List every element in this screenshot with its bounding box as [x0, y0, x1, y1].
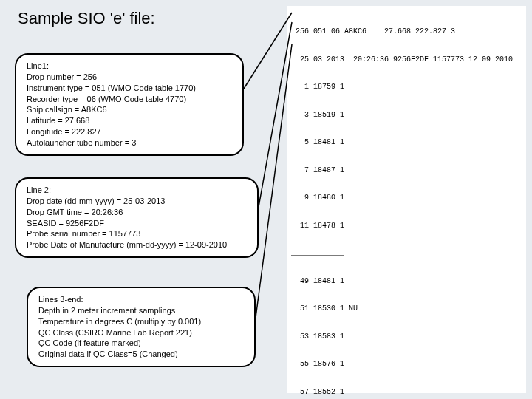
- data-panel: 256 051 06 A8KC6 27.668 222.827 3 25 03 …: [287, 6, 526, 393]
- b2-1: 51 18530 1 NU: [291, 304, 522, 314]
- box1-l1: Drop number = 256: [27, 72, 232, 83]
- page-title: Sample SIO 'e' file:: [18, 9, 155, 28]
- box1-l0: Line1:: [27, 61, 232, 72]
- box1-l2: Instrument type = 051 (WMO Code table 17…: [27, 83, 232, 94]
- b2-2: 53 18583 1: [291, 332, 522, 342]
- box2-l2: Drop GMT time = 20:26:36: [27, 207, 247, 218]
- box-line1: Line1: Drop number = 256 Instrument type…: [15, 53, 244, 156]
- box1-l5: Latitude = 27.668: [27, 115, 232, 126]
- box1-l6: Longitude = 222.827: [27, 126, 232, 137]
- box1-l3: Recorder type = 06 (WMO Code table 4770): [27, 94, 232, 105]
- box3-l4: QC Code (if feature marked): [38, 338, 244, 349]
- box3-l5: Original data if QC Class=5 (Changed): [38, 349, 244, 360]
- box3-l0: Lines 3-end:: [38, 294, 244, 305]
- box3-l1: Depth in 2 meter increment samplings: [38, 305, 244, 316]
- box3-l2: Temperature in degrees C (multiply by 0.…: [38, 316, 244, 327]
- box-lines3end: Lines 3-end: Depth in 2 meter increment …: [27, 287, 256, 367]
- box2-l4: Probe serial number = 1157773: [27, 228, 247, 239]
- b1-1: 3 18519 1: [291, 111, 522, 120]
- b1-3: 7 18487 1: [291, 166, 522, 176]
- header-row1: 256 051 06 A8KC6 27.668 222.827 3: [291, 27, 522, 37]
- box2-l1: Drop date (dd-mm-yyyy) = 25-03-2013: [27, 196, 247, 207]
- box-line2: Line 2: Drop date (dd-mm-yyyy) = 25-03-2…: [15, 177, 259, 258]
- b2-4: 57 18552 1: [291, 388, 522, 398]
- box1-l7: Autolauncher tube number = 3: [27, 137, 232, 149]
- b2-3: 55 18576 1: [291, 360, 522, 369]
- svg-line-0: [244, 13, 292, 89]
- b1-0: 1 18759 1: [291, 83, 522, 92]
- header-row2: 25 03 2013 20:26:36 9256F2DF 1157773 12 …: [291, 55, 522, 65]
- sep1: ____________: [291, 249, 522, 259]
- b2-0: 49 18481 1: [291, 277, 522, 287]
- b1-4: 9 18480 1: [291, 194, 522, 203]
- b1-2: 5 18481 1: [291, 138, 522, 148]
- b1-5: 11 18478 1: [291, 222, 522, 231]
- box2-l3: SEASID = 9256F2DF: [27, 218, 247, 229]
- box1-l4: Ship callsign = A8KC6: [27, 104, 232, 115]
- box2-l0: Line 2:: [27, 185, 247, 196]
- box2-l5: Probe Date of Manufacture (mm-dd-yyyy) =…: [27, 239, 247, 250]
- box3-l3: QC Class (CSIRO Marine Lab Report 221): [38, 327, 244, 338]
